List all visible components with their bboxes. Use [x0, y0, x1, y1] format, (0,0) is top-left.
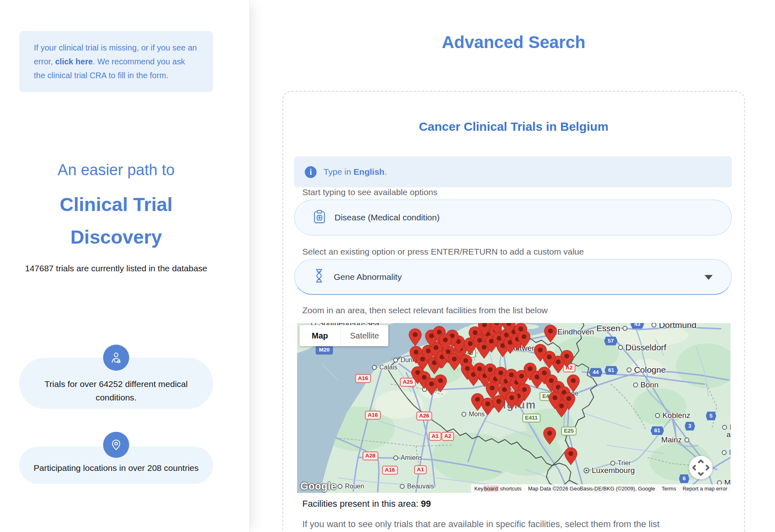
map-pin-icon[interactable]	[543, 427, 557, 445]
gene-abnormality-select[interactable]: Gene Abnormality	[294, 259, 732, 295]
disease-input[interactable]: Disease (Medical condition)	[294, 200, 732, 235]
map-data-text: Map Data ©2026 GeoBasis-DE/BKG (©2009), …	[525, 486, 658, 492]
facilities-count-line: Facilities present in this area: 99	[302, 499, 431, 509]
stat-card-conditions-text: Trials for over 64252 different medical …	[44, 379, 187, 402]
map-pin-icon[interactable]	[502, 323, 516, 335]
facilities-hint: If you want to see only trials that are …	[302, 519, 660, 530]
map-pin-icon[interactable]	[490, 323, 504, 334]
database-stat: 147687 trials are currently listed in th…	[19, 262, 213, 275]
map-pin-icon[interactable]	[478, 323, 491, 336]
map-pin-icon[interactable]	[534, 344, 547, 362]
disease-input-label: Disease (Medical condition)	[335, 213, 440, 222]
hero-line-1: An easier path to	[19, 161, 213, 179]
facilities-count: 99	[421, 499, 431, 509]
location-pin-icon	[103, 432, 129, 458]
pan-icon[interactable]	[689, 456, 713, 479]
map-type-map-button[interactable]: Map	[299, 325, 340, 346]
page: If your clinical trial is missing, or if…	[0, 0, 775, 532]
map-pins-layer	[297, 323, 731, 493]
language-notice-text: Type in English.	[324, 167, 387, 177]
sidebar: If your clinical trial is missing, or if…	[0, 0, 250, 532]
map-type-satellite-button[interactable]: Satellite	[340, 325, 388, 346]
report-error-link[interactable]: Report a map error	[679, 486, 731, 492]
hero-line-3: Discovery	[19, 226, 213, 248]
map-pin-icon[interactable]	[544, 325, 557, 343]
map-hint: Zoom in an area, then select relevant fa…	[302, 306, 548, 315]
map[interactable]: Map Satellite Google Keyboard shortcutsM…	[297, 323, 731, 493]
page-title: Advanced Search	[282, 33, 745, 52]
dna-icon	[313, 268, 325, 285]
disease-hint: Start typing to see available options	[302, 187, 438, 197]
panel-title: Cancer Clinical Trials in Belgium	[282, 120, 745, 134]
map-pin-icon[interactable]	[409, 328, 422, 346]
doctor-icon	[103, 345, 129, 371]
chevron-down-icon[interactable]	[705, 275, 713, 280]
terms-link[interactable]: Terms	[658, 486, 679, 492]
map-pin-icon[interactable]	[505, 391, 519, 409]
clipboard-medical-icon	[313, 210, 326, 226]
stat-card-countries-text: Participating locations in over 208 coun…	[33, 463, 198, 473]
map-pin-icon[interactable]	[567, 374, 580, 392]
click-here-link[interactable]: click here	[55, 57, 92, 66]
map-pin-icon[interactable]	[517, 330, 531, 348]
map-attribution-bar: Keyboard shortcutsMap Data ©2026 GeoBasi…	[471, 484, 731, 493]
gene-hint: Select an existing option or press ENTER…	[302, 247, 584, 257]
map-type-control: Map Satellite	[299, 325, 388, 346]
map-pin-icon[interactable]	[492, 395, 506, 413]
keyboard-shortcuts-link[interactable]: Keyboard shortcuts	[471, 486, 525, 492]
map-pin-icon[interactable]	[564, 447, 578, 465]
map-pin-icon[interactable]	[548, 391, 562, 409]
google-logo[interactable]: Google	[300, 480, 337, 492]
language-notice: i Type in English.	[294, 156, 732, 187]
missing-trial-notice: If your clinical trial is missing, or if…	[19, 31, 213, 92]
hero-line-2: Clinical Trial	[19, 193, 213, 215]
map-pin-icon[interactable]	[439, 334, 452, 352]
gene-select-label: Gene Abnormality	[334, 272, 402, 282]
map-pin-icon[interactable]	[434, 374, 447, 392]
info-icon: i	[305, 166, 317, 178]
